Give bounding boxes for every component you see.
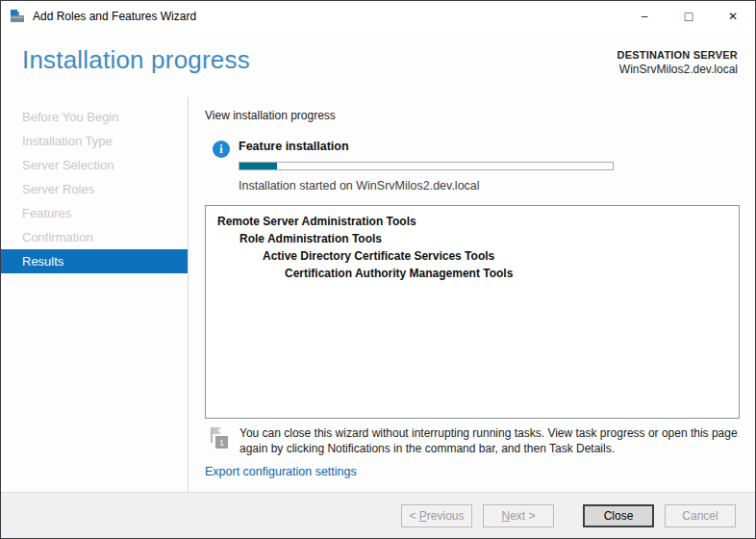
wizard-window: Add Roles and Features Wizard – □ ✕ Inst… <box>0 0 756 539</box>
list-item: Remote Server Administration Tools <box>215 213 729 230</box>
sidebar-item-confirmation[interactable]: Confirmation <box>1 225 188 249</box>
progress-status: Installation started on WinSrvMilos2.dev… <box>239 179 614 192</box>
wizard-header: Installation progress DESTINATION SERVER… <box>1 32 755 97</box>
progress-bar-fill <box>239 163 277 169</box>
close-icon[interactable]: ✕ <box>711 1 755 32</box>
progress-title: Feature installation <box>239 140 614 153</box>
sidebar-item-results[interactable]: Results <box>1 249 188 273</box>
feature-installation-progress: i Feature installation Installation star… <box>213 140 740 192</box>
section-label: View installation progress <box>205 109 740 122</box>
window-title: Add Roles and Features Wizard <box>33 10 622 23</box>
sidebar-item-server-selection[interactable]: Server Selection <box>1 153 188 177</box>
previous-button[interactable]: < Previous <box>401 504 472 527</box>
maximize-icon[interactable]: □ <box>667 1 711 32</box>
minimize-icon[interactable]: – <box>622 1 667 32</box>
progress-body: Feature installation Installation starte… <box>239 140 614 192</box>
destination-server-label: DESTINATION SERVER <box>617 48 738 63</box>
installation-items-list[interactable]: Remote Server Administration Tools Role … <box>205 205 740 419</box>
export-configuration-link[interactable]: Export configuration settings <box>205 465 357 478</box>
wizard-footer: < Previous Next > Close Cancel <box>1 492 755 538</box>
flag-badge: 1 <box>219 438 224 448</box>
results-page: View installation progress i Feature ins… <box>189 97 755 492</box>
wizard-body: Before You Begin Installation Type Serve… <box>1 97 755 492</box>
page-title: Installation progress <box>22 45 250 75</box>
info-icon: i <box>213 141 230 158</box>
next-button[interactable]: Next > <box>483 504 554 527</box>
sidebar-item-features[interactable]: Features <box>1 201 188 225</box>
list-item: Certification Authority Management Tools <box>215 265 729 282</box>
wizard-steps-sidebar: Before You Begin Installation Type Serve… <box>1 97 189 492</box>
cancel-button[interactable]: Cancel <box>665 504 736 527</box>
sidebar-item-server-roles[interactable]: Server Roles <box>1 177 188 201</box>
destination-server-block: DESTINATION SERVER WinSrvMilos2.dev.loca… <box>617 45 738 77</box>
progress-bar <box>239 162 614 170</box>
notification-flag-icon: 1 <box>209 425 234 454</box>
wizard-note: 1 You can close this wizard without inte… <box>205 425 740 456</box>
sidebar-item-installation-type[interactable]: Installation Type <box>1 129 188 153</box>
title-bar[interactable]: Add Roles and Features Wizard – □ ✕ <box>1 1 755 32</box>
note-text: You can close this wizard without interr… <box>239 425 740 456</box>
destination-server-name: WinSrvMilos2.dev.local <box>617 63 738 77</box>
sidebar-item-before-you-begin[interactable]: Before You Begin <box>1 105 188 129</box>
window-controls: – □ ✕ <box>622 1 755 32</box>
list-item: Active Directory Certificate Services To… <box>215 247 729 265</box>
server-manager-icon <box>10 9 25 24</box>
list-item: Role Administration Tools <box>215 230 729 247</box>
close-button[interactable]: Close <box>583 504 654 527</box>
